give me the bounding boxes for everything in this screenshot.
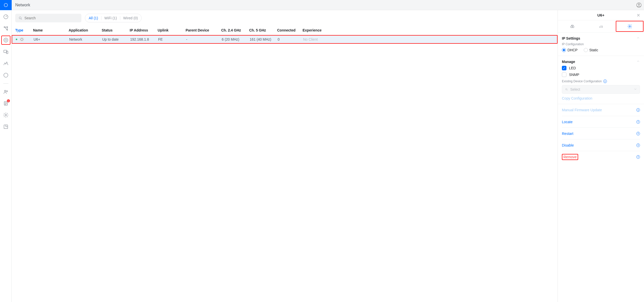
- svg-point-15: [5, 114, 7, 116]
- sidebar: 1: [0, 10, 12, 302]
- sidebar-item-system-log[interactable]: 1: [1, 99, 10, 108]
- page-title: Network: [15, 3, 30, 7]
- tab-overview[interactable]: [558, 20, 587, 32]
- filter-wired[interactable]: Wired (0): [123, 16, 138, 20]
- main-content: All (1) WiFi (1) Wired (0) Type Name App…: [12, 10, 558, 302]
- sidebar-item-statistics[interactable]: [1, 59, 10, 68]
- svg-point-7: [4, 38, 8, 42]
- sidebar-item-client-devices[interactable]: [1, 47, 10, 56]
- action-remove[interactable]: Remove i: [562, 151, 640, 163]
- cell-ch24: 6 (20 MHz): [222, 37, 250, 41]
- section-manage: Manage LED SNMP Existing Devi: [558, 56, 644, 104]
- existing-config-label: Existing Device Configuration i: [562, 80, 640, 83]
- filter-wifi[interactable]: WiFi (1): [104, 16, 117, 20]
- action-locate[interactable]: Locate i: [562, 116, 640, 128]
- manage-header[interactable]: Manage: [562, 59, 640, 64]
- svg-point-21: [629, 26, 630, 27]
- th-ch5[interactable]: Ch. 5 GHz: [249, 28, 277, 32]
- cell-parent: -: [186, 37, 222, 41]
- cell-application: Network: [69, 37, 102, 41]
- info-icon[interactable]: i: [603, 80, 607, 83]
- top-bar: Network: [0, 0, 644, 10]
- details-tabs: [558, 20, 644, 33]
- cell-ip: 192.168.1.8: [130, 37, 158, 41]
- section-ip-settings: IP Settings IP Configuration DHCP: [558, 33, 644, 56]
- svg-point-8: [5, 39, 7, 41]
- action-restart[interactable]: Restart i: [562, 128, 640, 139]
- svg-point-18: [21, 38, 23, 40]
- action-firmware[interactable]: Manual Firmware Update i: [562, 104, 640, 116]
- th-ip[interactable]: IP Address: [130, 28, 158, 32]
- sidebar-item-wifi-insights[interactable]: [1, 71, 10, 80]
- th-status[interactable]: Status: [102, 28, 130, 32]
- device-icon: [19, 37, 24, 42]
- sidebar-item-floorplan[interactable]: [1, 122, 10, 131]
- filter-group: All (1) WiFi (1) Wired (0): [85, 14, 142, 22]
- close-button[interactable]: [635, 12, 641, 18]
- chevron-up-icon: [636, 36, 640, 40]
- chevron-down-icon: [634, 87, 637, 92]
- tab-settings[interactable]: [615, 20, 644, 32]
- cell-type: [16, 37, 34, 42]
- svg-point-0: [4, 3, 7, 7]
- th-uplink[interactable]: Uplink: [158, 28, 186, 32]
- action-disable[interactable]: Disable i: [562, 139, 640, 151]
- details-header: U6+: [558, 10, 644, 20]
- th-connected[interactable]: Connected: [277, 28, 303, 32]
- svg-point-12: [4, 90, 6, 92]
- app-logo[interactable]: [0, 0, 12, 10]
- sidebar-item-users[interactable]: [1, 87, 10, 96]
- th-experience[interactable]: Experience: [303, 28, 328, 32]
- checkbox-led[interactable]: [562, 66, 566, 70]
- checkbox-snmp[interactable]: [562, 72, 566, 77]
- svg-point-17: [19, 17, 21, 19]
- search-field[interactable]: [24, 16, 78, 20]
- ip-settings-header[interactable]: IP Settings: [562, 36, 640, 40]
- svg-point-22: [566, 89, 567, 90]
- radio-static[interactable]: Static: [584, 48, 598, 52]
- toolbar: All (1) WiFi (1) Wired (0): [12, 14, 558, 25]
- th-ch24[interactable]: Ch. 2.4 GHz: [221, 28, 249, 32]
- sidebar-badge: 1: [7, 99, 10, 102]
- info-icon[interactable]: i: [636, 155, 640, 159]
- cell-ch5: 161 (40 MHz): [250, 37, 278, 41]
- th-name[interactable]: Name: [33, 28, 69, 32]
- gear-icon: [627, 24, 632, 29]
- svg-point-2: [638, 4, 640, 5]
- details-panel: U6+: [558, 10, 644, 302]
- user-avatar-icon[interactable]: [634, 0, 644, 10]
- table-header: Type Name Application Status IP Address …: [12, 25, 558, 35]
- table-row[interactable]: U6+ Network Up to date 192.168.1.8 FE - …: [12, 35, 558, 44]
- snmp-row: SNMP: [562, 72, 640, 77]
- info-icon[interactable]: i: [636, 108, 640, 112]
- th-application[interactable]: Application: [69, 28, 102, 32]
- filter-all[interactable]: All (1): [89, 16, 98, 20]
- search-icon: [18, 16, 22, 20]
- th-type[interactable]: Type: [15, 28, 33, 32]
- details-title: U6+: [597, 13, 605, 17]
- sidebar-item-topology[interactable]: [1, 24, 10, 33]
- search-input[interactable]: [15, 14, 81, 22]
- cell-connected: 0: [278, 37, 303, 41]
- sidebar-item-unifi-devices[interactable]: [1, 36, 10, 45]
- bars-icon: [598, 24, 604, 29]
- th-parent[interactable]: Parent Device: [186, 28, 221, 32]
- existing-config-select[interactable]: Select: [562, 85, 640, 94]
- sidebar-item-dashboard[interactable]: [1, 12, 10, 21]
- cell-experience: No Client: [303, 37, 328, 41]
- chevron-up-icon: [636, 59, 640, 64]
- info-icon[interactable]: i: [636, 132, 640, 135]
- tab-insights[interactable]: [587, 20, 615, 32]
- ip-config-label: IP Configuration: [562, 42, 640, 46]
- cell-uplink: FE: [158, 37, 186, 41]
- sidebar-item-settings[interactable]: [1, 110, 10, 120]
- svg-point-11: [4, 73, 8, 77]
- info-icon[interactable]: i: [636, 120, 640, 124]
- ip-config-radio-group: DHCP Static: [562, 48, 640, 52]
- cell-name: U6+: [34, 37, 69, 41]
- radio-dhcp[interactable]: DHCP: [562, 48, 578, 52]
- svg-point-19: [571, 26, 572, 28]
- svg-point-20: [572, 26, 574, 28]
- copy-config-link[interactable]: Copy Configuration: [562, 96, 640, 100]
- info-icon[interactable]: i: [636, 144, 640, 147]
